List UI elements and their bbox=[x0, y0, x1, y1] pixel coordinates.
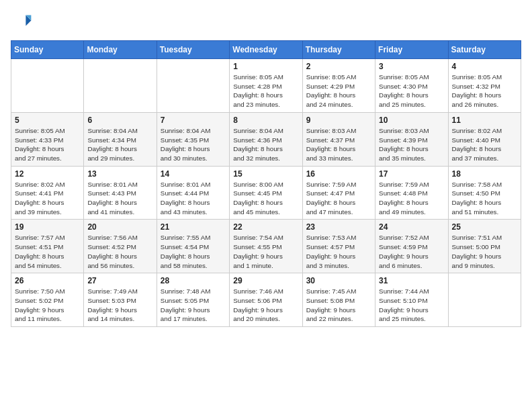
day-number: 2 bbox=[306, 62, 371, 71]
calendar-cell: 21Sunrise: 7:55 AM Sunset: 4:54 PM Dayli… bbox=[157, 220, 229, 273]
calendar-cell: 23Sunrise: 7:53 AM Sunset: 4:57 PM Dayli… bbox=[302, 220, 375, 273]
calendar-week-row: 26Sunrise: 7:50 AM Sunset: 5:02 PM Dayli… bbox=[11, 273, 521, 327]
calendar-cell: 29Sunrise: 7:46 AM Sunset: 5:06 PM Dayli… bbox=[230, 273, 302, 327]
calendar-cell: 9Sunrise: 8:03 AM Sunset: 4:37 PM Daylig… bbox=[302, 112, 375, 166]
day-detail: Sunrise: 7:48 AM Sunset: 5:05 PM Dayligh… bbox=[161, 287, 226, 324]
calendar-week-row: 12Sunrise: 8:02 AM Sunset: 4:41 PM Dayli… bbox=[11, 166, 521, 220]
calendar-cell bbox=[157, 59, 229, 113]
day-number: 16 bbox=[306, 169, 371, 179]
calendar-cell bbox=[84, 59, 157, 113]
day-detail: Sunrise: 7:45 AM Sunset: 5:08 PM Dayligh… bbox=[306, 287, 371, 324]
day-number: 5 bbox=[15, 116, 80, 125]
calendar-header: SundayMondayTuesdayWednesdayThursdayFrid… bbox=[11, 41, 521, 59]
calendar-cell: 8Sunrise: 8:04 AM Sunset: 4:36 PM Daylig… bbox=[230, 112, 302, 166]
day-detail: Sunrise: 8:02 AM Sunset: 4:41 PM Dayligh… bbox=[15, 180, 80, 217]
day-number: 26 bbox=[15, 276, 80, 285]
day-detail: Sunrise: 7:58 AM Sunset: 4:50 PM Dayligh… bbox=[452, 180, 517, 217]
calendar-cell: 5Sunrise: 8:05 AM Sunset: 4:33 PM Daylig… bbox=[11, 112, 84, 166]
day-detail: Sunrise: 7:59 AM Sunset: 4:47 PM Dayligh… bbox=[306, 180, 371, 217]
calendar-cell: 3Sunrise: 8:05 AM Sunset: 4:30 PM Daylig… bbox=[375, 59, 448, 113]
calendar-cell: 27Sunrise: 7:49 AM Sunset: 5:03 PM Dayli… bbox=[84, 273, 157, 327]
day-detail: Sunrise: 7:53 AM Sunset: 4:57 PM Dayligh… bbox=[306, 233, 371, 270]
day-number: 12 bbox=[15, 169, 80, 179]
weekday-header: Sunday bbox=[11, 41, 84, 59]
day-detail: Sunrise: 8:05 AM Sunset: 4:30 PM Dayligh… bbox=[379, 73, 444, 109]
calendar-cell: 12Sunrise: 8:02 AM Sunset: 4:41 PM Dayli… bbox=[11, 166, 84, 220]
day-detail: Sunrise: 7:46 AM Sunset: 5:06 PM Dayligh… bbox=[233, 287, 298, 324]
weekday-header: Friday bbox=[375, 41, 448, 59]
day-number: 6 bbox=[87, 116, 152, 125]
day-number: 21 bbox=[161, 222, 226, 232]
day-number: 15 bbox=[233, 169, 298, 179]
weekday-header: Thursday bbox=[302, 41, 375, 59]
day-detail: Sunrise: 8:01 AM Sunset: 4:43 PM Dayligh… bbox=[87, 180, 152, 217]
day-number: 23 bbox=[306, 222, 371, 232]
day-detail: Sunrise: 8:00 AM Sunset: 4:45 PM Dayligh… bbox=[233, 180, 298, 217]
day-number: 7 bbox=[161, 116, 226, 125]
weekday-header: Saturday bbox=[448, 41, 521, 59]
day-number: 11 bbox=[452, 116, 517, 125]
calendar-cell: 28Sunrise: 7:48 AM Sunset: 5:05 PM Dayli… bbox=[157, 273, 229, 327]
calendar-cell: 18Sunrise: 7:58 AM Sunset: 4:50 PM Dayli… bbox=[448, 166, 521, 220]
calendar-cell: 1Sunrise: 8:05 AM Sunset: 4:28 PM Daylig… bbox=[230, 59, 302, 113]
day-number: 13 bbox=[87, 169, 152, 179]
weekday-row: SundayMondayTuesdayWednesdayThursdayFrid… bbox=[11, 41, 521, 59]
calendar-cell: 31Sunrise: 7:44 AM Sunset: 5:10 PM Dayli… bbox=[375, 273, 448, 327]
day-detail: Sunrise: 7:44 AM Sunset: 5:10 PM Dayligh… bbox=[379, 287, 444, 324]
day-detail: Sunrise: 8:05 AM Sunset: 4:32 PM Dayligh… bbox=[452, 73, 517, 109]
day-number: 20 bbox=[87, 222, 152, 232]
logo bbox=[11, 11, 35, 32]
day-detail: Sunrise: 7:59 AM Sunset: 4:48 PM Dayligh… bbox=[379, 180, 444, 217]
weekday-header: Wednesday bbox=[230, 41, 302, 59]
calendar-cell: 6Sunrise: 8:04 AM Sunset: 4:34 PM Daylig… bbox=[84, 112, 157, 166]
day-number: 19 bbox=[15, 222, 80, 232]
day-detail: Sunrise: 8:02 AM Sunset: 4:40 PM Dayligh… bbox=[452, 126, 517, 163]
day-number: 31 bbox=[379, 276, 444, 285]
day-detail: Sunrise: 8:01 AM Sunset: 4:44 PM Dayligh… bbox=[161, 180, 226, 217]
day-number: 28 bbox=[161, 276, 226, 285]
day-detail: Sunrise: 8:03 AM Sunset: 4:39 PM Dayligh… bbox=[379, 126, 444, 163]
day-number: 4 bbox=[452, 62, 517, 71]
day-number: 10 bbox=[379, 116, 444, 125]
calendar-cell: 15Sunrise: 8:00 AM Sunset: 4:45 PM Dayli… bbox=[230, 166, 302, 220]
calendar-body: 1Sunrise: 8:05 AM Sunset: 4:28 PM Daylig… bbox=[11, 59, 521, 327]
calendar-cell bbox=[448, 273, 521, 327]
day-number: 25 bbox=[452, 222, 517, 232]
day-number: 29 bbox=[233, 276, 298, 285]
day-number: 8 bbox=[233, 116, 298, 125]
calendar-cell: 24Sunrise: 7:52 AM Sunset: 4:59 PM Dayli… bbox=[375, 220, 448, 273]
calendar-cell: 11Sunrise: 8:02 AM Sunset: 4:40 PM Dayli… bbox=[448, 112, 521, 166]
weekday-header: Tuesday bbox=[157, 41, 229, 59]
day-number: 24 bbox=[379, 222, 444, 232]
logo-icon bbox=[11, 11, 32, 32]
day-number: 17 bbox=[379, 169, 444, 179]
page-header bbox=[11, 11, 521, 32]
calendar-cell: 10Sunrise: 8:03 AM Sunset: 4:39 PM Dayli… bbox=[375, 112, 448, 166]
calendar-week-row: 19Sunrise: 7:57 AM Sunset: 4:51 PM Dayli… bbox=[11, 220, 521, 273]
calendar-cell: 16Sunrise: 7:59 AM Sunset: 4:47 PM Dayli… bbox=[302, 166, 375, 220]
day-number: 22 bbox=[233, 222, 298, 232]
day-detail: Sunrise: 7:51 AM Sunset: 5:00 PM Dayligh… bbox=[452, 233, 517, 270]
day-detail: Sunrise: 8:04 AM Sunset: 4:35 PM Dayligh… bbox=[161, 126, 226, 163]
calendar-cell: 26Sunrise: 7:50 AM Sunset: 5:02 PM Dayli… bbox=[11, 273, 84, 327]
day-detail: Sunrise: 8:04 AM Sunset: 4:36 PM Dayligh… bbox=[233, 126, 298, 163]
calendar-week-row: 5Sunrise: 8:05 AM Sunset: 4:33 PM Daylig… bbox=[11, 112, 521, 166]
day-number: 9 bbox=[306, 116, 371, 125]
day-number: 14 bbox=[161, 169, 226, 179]
calendar-cell: 2Sunrise: 8:05 AM Sunset: 4:29 PM Daylig… bbox=[302, 59, 375, 113]
day-number: 30 bbox=[306, 276, 371, 285]
day-number: 27 bbox=[87, 276, 152, 285]
day-detail: Sunrise: 7:57 AM Sunset: 4:51 PM Dayligh… bbox=[15, 233, 80, 270]
calendar-cell bbox=[11, 59, 84, 113]
day-detail: Sunrise: 7:54 AM Sunset: 4:55 PM Dayligh… bbox=[233, 233, 298, 270]
calendar-cell: 13Sunrise: 8:01 AM Sunset: 4:43 PM Dayli… bbox=[84, 166, 157, 220]
day-detail: Sunrise: 7:49 AM Sunset: 5:03 PM Dayligh… bbox=[87, 287, 152, 324]
day-detail: Sunrise: 7:50 AM Sunset: 5:02 PM Dayligh… bbox=[15, 287, 80, 324]
calendar-cell: 19Sunrise: 7:57 AM Sunset: 4:51 PM Dayli… bbox=[11, 220, 84, 273]
day-detail: Sunrise: 7:52 AM Sunset: 4:59 PM Dayligh… bbox=[379, 233, 444, 270]
day-detail: Sunrise: 8:05 AM Sunset: 4:33 PM Dayligh… bbox=[15, 126, 80, 163]
day-detail: Sunrise: 8:05 AM Sunset: 4:29 PM Dayligh… bbox=[306, 73, 371, 109]
calendar-cell: 7Sunrise: 8:04 AM Sunset: 4:35 PM Daylig… bbox=[157, 112, 229, 166]
day-number: 18 bbox=[452, 169, 517, 179]
day-number: 3 bbox=[379, 62, 444, 71]
